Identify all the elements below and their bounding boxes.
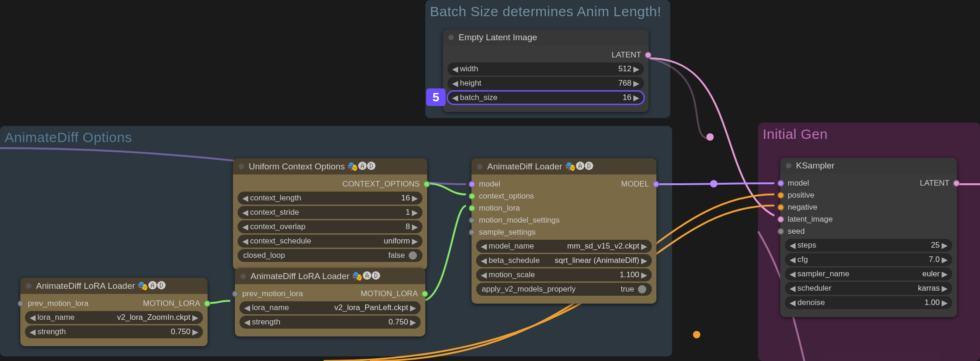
toggle-apply-v2-models-properly[interactable]: apply_v2_models_properlytrue [476, 283, 652, 296]
port-icon[interactable] [469, 205, 475, 212]
widget-cfg[interactable]: ◀cfg7.0▶ [785, 253, 952, 266]
chevron-right-icon[interactable]: ▶ [639, 256, 649, 266]
widget-width[interactable]: ◀width512▶ [447, 62, 644, 75]
port-icon[interactable] [18, 300, 24, 307]
port-icon[interactable] [778, 228, 784, 235]
widget-value[interactable]: uniform [384, 237, 410, 246]
chevron-left-icon[interactable]: ◀ [450, 64, 460, 74]
widget-value[interactable]: 0.750 [388, 317, 408, 327]
toggle-knob-icon[interactable] [638, 285, 646, 293]
widget-denoise[interactable]: ◀denoise1.00▶ [785, 296, 952, 309]
widget-value[interactable]: 1 [406, 208, 410, 217]
widget-strength[interactable]: ◀strength0.750▶ [25, 325, 203, 338]
chevron-left-icon[interactable]: ◀ [479, 270, 489, 280]
port-icon[interactable] [653, 181, 659, 187]
widget-value[interactable]: euler [922, 269, 940, 279]
port-icon[interactable] [469, 193, 475, 199]
port-icon[interactable] [232, 291, 239, 297]
chevron-right-icon[interactable]: ▶ [631, 64, 641, 74]
port-icon[interactable] [469, 181, 475, 187]
chevron-left-icon[interactable]: ◀ [788, 255, 797, 265]
chevron-right-icon[interactable]: ▶ [410, 237, 420, 246]
widget-value[interactable]: 0.750 [171, 327, 190, 336]
port-icon[interactable] [778, 216, 784, 223]
widget-steps[interactable]: ◀steps25▶ [785, 239, 952, 252]
node-header[interactable]: Empty Latent Image [443, 30, 649, 45]
chevron-left-icon[interactable]: ◀ [240, 222, 250, 232]
chevron-left-icon[interactable]: ◀ [450, 93, 460, 103]
chevron-left-icon[interactable]: ◀ [28, 313, 37, 323]
chevron-left-icon[interactable]: ◀ [242, 317, 252, 327]
widget-value[interactable]: sqrt_linear (AnimateDiff) [555, 256, 639, 265]
port-icon[interactable] [469, 217, 475, 224]
widget-value[interactable]: 8 [406, 222, 410, 231]
widget-value[interactable]: 512 [619, 64, 631, 74]
port-icon[interactable] [423, 181, 430, 187]
chevron-left-icon[interactable]: ◀ [788, 241, 797, 250]
chevron-right-icon[interactable]: ▶ [940, 284, 949, 293]
chevron-left-icon[interactable]: ◀ [479, 242, 489, 251]
chevron-right-icon[interactable]: ▶ [410, 222, 420, 232]
node-ctx[interactable]: Uniform Context Options 🎭🅐🅓CONTEXT_OPTIO… [233, 158, 427, 270]
chevron-left-icon[interactable]: ◀ [240, 193, 250, 203]
chevron-right-icon[interactable]: ▶ [410, 208, 420, 218]
widget-motion-scale[interactable]: ◀motion_scale1.100▶ [476, 268, 652, 281]
chevron-right-icon[interactable]: ▶ [940, 241, 949, 250]
chevron-left-icon[interactable]: ◀ [28, 327, 37, 337]
widget-sampler-name[interactable]: ◀sampler_nameeuler▶ [785, 268, 952, 280]
widget-model-name[interactable]: ◀model_namemm_sd_v15_v2.ckpt▶ [476, 240, 652, 253]
port-icon[interactable] [645, 52, 651, 58]
widget-lora-name[interactable]: ◀lora_namev2_lora_ZoomIn.ckpt▶ [25, 311, 203, 324]
chevron-right-icon[interactable]: ▶ [631, 93, 641, 103]
collapse-dot-icon[interactable] [239, 164, 244, 169]
widget-context-schedule[interactable]: ◀context_scheduleuniform▶ [238, 235, 423, 248]
widget-value[interactable]: mm_sd_v15_v2.ckpt [567, 242, 639, 251]
widget-value[interactable]: v2_lora_ZoomIn.ckpt [117, 313, 190, 322]
chevron-left-icon[interactable]: ◀ [240, 237, 250, 246]
chevron-left-icon[interactable]: ◀ [788, 284, 797, 293]
widget-scheduler[interactable]: ◀schedulerkarras▶ [785, 282, 952, 295]
chevron-left-icon[interactable]: ◀ [788, 298, 797, 308]
port-icon[interactable] [778, 204, 784, 211]
chevron-right-icon[interactable]: ▶ [410, 193, 420, 203]
chevron-right-icon[interactable]: ▶ [639, 270, 649, 280]
port-icon[interactable] [469, 229, 475, 236]
widget-value[interactable]: v2_lora_PanLeft.ckpt [334, 303, 408, 312]
toggle-knob-icon[interactable] [409, 251, 417, 260]
chevron-right-icon[interactable]: ▶ [940, 269, 949, 279]
toggle-closed-loop[interactable]: closed_loopfalse [238, 249, 423, 262]
widget-strength[interactable]: ◀strength0.750▶ [239, 316, 421, 329]
chevron-right-icon[interactable]: ▶ [940, 255, 949, 265]
widget-value[interactable]: 1.100 [619, 270, 639, 280]
node-header[interactable]: KSampler [780, 158, 957, 174]
node-adloader[interactable]: AnimateDiff Loader 🎭🅐🅓modelMODELcontext_… [472, 158, 656, 304]
widget-context-overlap[interactable]: ◀context_overlap8▶ [238, 220, 423, 233]
widget-value[interactable]: 16 [401, 193, 410, 203]
collapse-dot-icon[interactable] [26, 283, 31, 289]
widget-beta-schedule[interactable]: ◀beta_schedulesqrt_linear (AnimateDiff)▶ [476, 254, 652, 267]
output-latent[interactable]: LATENT [447, 49, 644, 61]
node-lora1[interactable]: AnimateDiff LoRA Loader 🎭🅐🅓prev_motion_l… [20, 278, 208, 346]
chevron-right-icon[interactable]: ▶ [639, 242, 649, 251]
widget-value[interactable]: karras [918, 284, 940, 293]
node-header[interactable]: AnimateDiff LoRA Loader 🎭🅐🅓 [235, 268, 425, 284]
port-icon[interactable] [778, 180, 784, 187]
widget-value[interactable]: 25 [931, 241, 940, 250]
widget-context-stride[interactable]: ◀context_stride1▶ [238, 206, 423, 219]
node-header[interactable]: Uniform Context Options 🎭🅐🅓 [233, 158, 427, 174]
node-header[interactable]: AnimateDiff LoRA Loader 🎭🅐🅓 [20, 278, 208, 294]
port-icon[interactable] [953, 180, 960, 187]
widget-value[interactable]: 768 [619, 79, 631, 88]
chevron-right-icon[interactable]: ▶ [408, 303, 418, 313]
chevron-left-icon[interactable]: ◀ [450, 79, 460, 88]
port-icon[interactable] [422, 291, 428, 297]
chevron-right-icon[interactable]: ▶ [408, 317, 418, 327]
widget-batch-size[interactable]: ◀batch_size16▶ [447, 91, 644, 104]
chevron-right-icon[interactable]: ▶ [190, 313, 200, 323]
chevron-left-icon[interactable]: ◀ [479, 256, 489, 266]
collapse-dot-icon[interactable] [240, 274, 246, 279]
node-ksamp[interactable]: KSamplermodelLATENTpositivenegativelaten… [780, 158, 957, 317]
widget-value[interactable]: 7.0 [929, 255, 940, 264]
node-empty[interactable]: Empty Latent ImageLATENT◀width512▶◀heigh… [443, 30, 649, 112]
widget-height[interactable]: ◀height768▶ [447, 77, 644, 90]
